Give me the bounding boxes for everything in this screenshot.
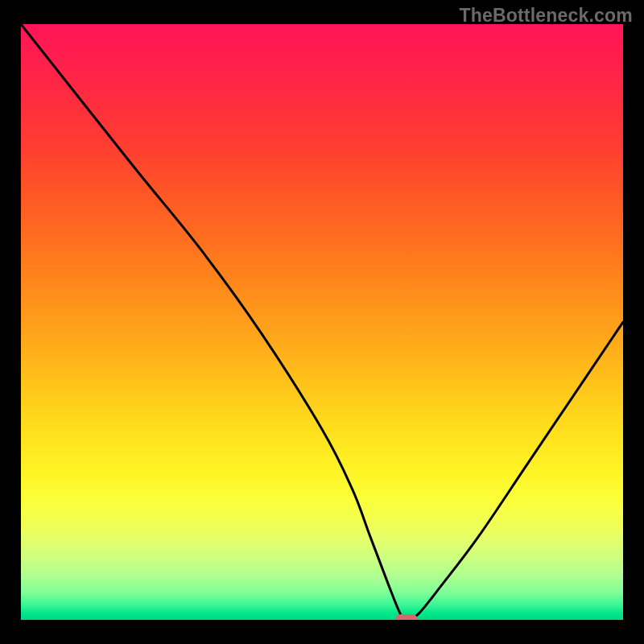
plot-area	[21, 24, 623, 620]
watermark-text: TheBottleneck.com	[459, 5, 633, 27]
bottleneck-curve	[21, 24, 623, 620]
chart-container: TheBottleneck.com	[0, 0, 644, 644]
optimal-point-marker	[395, 614, 418, 620]
